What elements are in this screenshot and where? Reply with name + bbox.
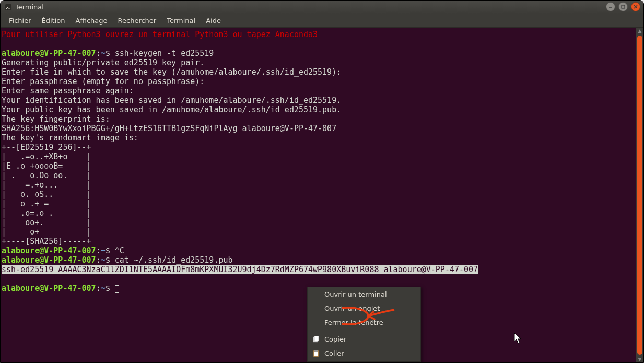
svg-rect-0 <box>5 4 11 10</box>
output-line: Enter same passphrase again: <box>2 86 134 96</box>
ctx-paste[interactable]: Coller <box>308 346 420 360</box>
selected-text-hidden: wP980XBuviR088 alaboure@V <box>313 265 431 274</box>
menu-separator <box>308 361 420 362</box>
output-line: | oo+. | <box>2 218 91 227</box>
menu-edit[interactable]: Édition <box>38 15 69 26</box>
output-line: +----[SHA256]-----+ <box>2 237 91 246</box>
scroll-thumb[interactable] <box>637 36 642 355</box>
terminal-window: Terminal Fichier Édition Affichage Reche… <box>0 0 644 363</box>
window-controls <box>606 2 640 11</box>
svg-rect-10 <box>314 352 318 356</box>
svg-rect-9 <box>314 350 318 352</box>
output-line: | =.+o... | <box>2 180 91 190</box>
selected-text-left: ssh-ed25519 AAAAC3NzaC1lZDI1NTE5AAAAIOFm… <box>2 265 313 274</box>
output-line: The key fingerprint is: <box>2 114 110 124</box>
prompt-user: alaboure@V-PP-47-007 <box>2 255 96 265</box>
output-line: +--[ED25519 256]--+ <box>2 143 91 152</box>
minimize-button[interactable] <box>606 2 615 11</box>
ctx-label: Ouvrir un terminal <box>324 290 415 298</box>
ctx-open-tab[interactable]: Ouvrir un onglet <box>308 301 420 315</box>
prompt-path: ~ <box>101 246 106 255</box>
scroll-up-button[interactable]: ▲ <box>637 28 643 34</box>
context-menu: Ouvrir un terminal Ouvrir un onglet Ferm… <box>307 287 421 363</box>
prompt-user: alaboure@V-PP-47-007 <box>2 284 96 293</box>
output-line: The key's randomart image is: <box>2 133 138 143</box>
output-line: | .o=.o . | <box>2 208 91 218</box>
command-3: cat ~/.ssh/id_ed25519.pub <box>115 255 233 265</box>
copy-icon <box>312 336 320 343</box>
command-1: ssh-keygen -t ed25519 <box>115 49 214 58</box>
output-line: | o. oS.. | <box>2 190 91 199</box>
ctx-label: Fermer la fenêtre <box>324 319 415 326</box>
maximize-button[interactable] <box>618 2 628 11</box>
menubar: Fichier Édition Affichage Rechercher Ter… <box>1 14 643 28</box>
output-line: |E .o +ooooB= | <box>2 161 91 171</box>
app-icon <box>5 4 12 11</box>
selected-text-tail: -PP-47-007 <box>431 265 478 274</box>
ctx-open-terminal[interactable]: Ouvrir un terminal <box>308 287 420 301</box>
scroll-down-button[interactable]: ▼ <box>637 356 643 362</box>
ctx-label: Ouvrir un onglet <box>324 305 415 312</box>
prompt-path: ~ <box>101 49 106 58</box>
ctx-close-window[interactable]: Fermer la fenêtre <box>308 315 420 330</box>
menu-search[interactable]: Rechercher <box>114 15 161 26</box>
output-line: Enter file in which to save the key (/am… <box>2 67 341 77</box>
svg-rect-7 <box>314 336 319 341</box>
ctx-label: Coller <box>324 349 415 357</box>
prompt-path: ~ <box>101 255 106 265</box>
window-title: Terminal <box>15 3 44 11</box>
command-interrupt: ^C <box>115 246 124 255</box>
terminal-content[interactable]: Pour utiliser Python3 ouvrez un terminal… <box>1 28 643 295</box>
output-line: | .=o..+XB+o | <box>2 152 91 161</box>
titlebar: Terminal <box>1 1 643 14</box>
output-line: Your public key has been saved in /amuho… <box>2 105 341 114</box>
menu-file[interactable]: Fichier <box>5 15 36 26</box>
prompt-user: alaboure@V-PP-47-007 <box>2 49 96 58</box>
menu-view[interactable]: Affichage <box>71 15 111 26</box>
ctx-copy[interactable]: Copier <box>308 332 420 346</box>
output-line: Your identification has been saved in /a… <box>2 96 341 105</box>
output-line: Enter passphrase (empty for no passphras… <box>2 77 204 86</box>
prompt-path: ~ <box>101 284 106 293</box>
menu-help[interactable]: Aide <box>202 15 225 26</box>
output-line: SHA256:HSW0BYwXxoiPBGG+/gH+LtzES16TTB1gz… <box>2 124 336 133</box>
svg-rect-3 <box>622 5 625 8</box>
output-line: Generating public/private ed25519 key pa… <box>2 58 204 67</box>
close-button[interactable] <box>631 2 640 11</box>
menu-terminal[interactable]: Terminal <box>162 15 200 26</box>
scrollbar[interactable]: ▲ ▼ <box>636 28 643 362</box>
ctx-label: Copier <box>324 335 415 343</box>
output-line: | . o.Oo oo. | <box>2 171 91 180</box>
paste-icon <box>312 350 320 357</box>
menu-separator <box>308 331 420 331</box>
hint-line: Pour utiliser Python3 ouvrez un terminal… <box>2 30 318 39</box>
prompt-user: alaboure@V-PP-47-007 <box>2 246 96 255</box>
output-line: | o+ | <box>2 227 91 237</box>
cursor <box>115 285 119 293</box>
output-line: | o .+ = | <box>2 199 91 208</box>
